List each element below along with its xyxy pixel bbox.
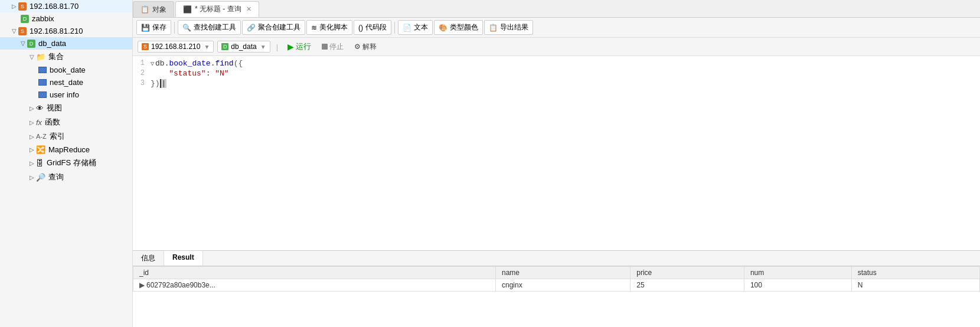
info-tab-label: 信息 [141, 254, 155, 262]
tab-query-icon: ⬛ [183, 5, 192, 14]
sidebar-item-indexes[interactable]: ▷ A-Z 索引 [0, 129, 132, 143]
sidebar-mapreduce-label: MapReduce [48, 145, 90, 154]
line-num-3: 3 [133, 79, 151, 87]
col-header-id: _id [133, 267, 496, 279]
collapse-arrow[interactable]: ▽ [151, 61, 154, 67]
stop-label: 停止 [329, 42, 344, 52]
expand-icon2: ▽ [12, 28, 17, 34]
db-select[interactable]: D db_data ▼ [217, 41, 270, 53]
result-tab-label: Result [172, 253, 194, 261]
main-content: 📋 对象 ⬛ * 无标题 - 查询 ✕ 💾 保存 🔍 查找创建工具 🔗 聚 [133, 0, 980, 327]
info-tab[interactable]: 信息 [133, 251, 164, 266]
sidebar-item-views[interactable]: ▷ 👁 视图 [0, 101, 132, 115]
sidebar-zabbix-label: zabbix [32, 14, 54, 23]
toolbar: 💾 保存 🔍 查找创建工具 🔗 聚合创建工具 ≋ 美化脚本 () 代码段 [133, 18, 980, 38]
aggregate-icon: 🔗 [247, 24, 256, 32]
code-segment-button[interactable]: () 代码段 [354, 20, 391, 35]
views-expand: ▷ [30, 105, 34, 112]
sidebar-item-queries[interactable]: ▷ 🔎 查询 [0, 170, 132, 184]
code-segment-label: 代码段 [365, 22, 387, 32]
mapreduce-expand: ▷ [30, 146, 34, 153]
tab-bar: 📋 对象 ⬛ * 无标题 - 查询 ✕ [133, 0, 980, 18]
explain-label: 解释 [362, 42, 377, 52]
aggregate-builder-button[interactable]: 🔗 聚合创建工具 [242, 20, 305, 35]
queries-icon: 🔎 [36, 173, 45, 182]
sidebar-item-server2[interactable]: ▽ S 192.168.81.210 [0, 25, 132, 37]
beautify-label: 美化脚本 [319, 22, 348, 32]
line-num-2: 2 [133, 69, 151, 77]
sidebar-item-gridfs[interactable]: ▷ 🗄 GridFS 存储桶 [0, 156, 132, 170]
code-line-3: 3 })| [133, 79, 980, 89]
tab-query-close[interactable]: ✕ [246, 5, 251, 13]
save-label: 保存 [152, 22, 166, 32]
server-select[interactable]: S 192.168.81.210 ▼ [138, 41, 214, 53]
stop-button[interactable]: 停止 [318, 41, 347, 53]
sidebar-item-db-data[interactable]: ▽ D db_data [0, 37, 132, 50]
save-button[interactable]: 💾 保存 [136, 20, 171, 35]
export-icon: 📋 [489, 24, 498, 32]
line-1-content: ▽db.book_date.find({ [151, 59, 243, 68]
find-builder-button[interactable]: 🔍 查找创建工具 [178, 20, 241, 35]
sidebar-item-mapreduce[interactable]: ▷ 🔀 MapReduce [0, 143, 132, 156]
run-button[interactable]: ▶ 运行 [284, 40, 315, 53]
server-icon: S [18, 2, 27, 11]
type-color-label: 类型颜色 [450, 22, 478, 32]
text-button[interactable]: 📄 文本 [398, 20, 433, 35]
beautify-icon: ≋ [311, 24, 317, 32]
cell-price: 25 [631, 279, 744, 292]
views-icon: 👁 [36, 104, 44, 113]
find-builder-label: 查找创建工具 [194, 22, 236, 32]
beautify-button[interactable]: ≋ 美化脚本 [306, 20, 352, 35]
server2-icon: S [18, 27, 27, 35]
book-date-icon [38, 67, 47, 73]
sidebar-item-functions[interactable]: ▷ fx 函数 [0, 115, 132, 129]
indexes-expand: ▷ [30, 133, 34, 140]
mapreduce-icon: 🔀 [36, 145, 45, 154]
results-area: 信息 Result _id name price num status [133, 250, 980, 327]
tab-query[interactable]: ⬛ * 无标题 - 查询 ✕ [175, 1, 259, 17]
result-tab[interactable]: Result [164, 251, 203, 266]
col-header-num: num [744, 267, 851, 279]
functions-icon: fx [36, 118, 42, 127]
export-button[interactable]: 📋 导出结果 [484, 20, 533, 35]
sidebar-functions-label: 函数 [45, 117, 60, 127]
expand-icon: ▷ [12, 3, 17, 9]
code-line-1: 1 ▽db.book_date.find({ [133, 58, 980, 68]
line-num-1: 1 [133, 59, 151, 67]
db-expand-icon: ▽ [21, 40, 25, 47]
toolbar-sep2 [394, 22, 395, 34]
text-label: 文本 [414, 22, 428, 32]
cell-num: 100 [744, 279, 851, 292]
results-tabs: 信息 Result [133, 251, 980, 266]
code-editor[interactable]: 1 ▽db.book_date.find({ 2 "status": "N" 3… [133, 56, 980, 250]
gridfs-expand: ▷ [30, 160, 34, 166]
sidebar-views-label: 视图 [47, 103, 62, 113]
sidebar-item-nest-date[interactable]: nest_date [0, 76, 132, 89]
results-table: _id name price num status ▶602792a80ae90… [133, 266, 980, 327]
type-color-button[interactable]: 🎨 类型颜色 [434, 20, 483, 35]
col-header-price: price [631, 267, 744, 279]
sidebar-item-zabbix[interactable]: D zabbix [0, 12, 132, 25]
explain-icon: ⚙ [354, 42, 361, 51]
aggregate-label: 聚合创建工具 [258, 22, 300, 32]
sidebar-item-collections[interactable]: ▽ 📁 集合 [0, 50, 132, 64]
nest-date-icon [38, 79, 47, 86]
explain-button[interactable]: ⚙ 解释 [351, 41, 380, 53]
stop-icon [322, 44, 328, 50]
db-select-icon: D [221, 43, 228, 50]
export-label: 导出结果 [500, 22, 528, 32]
row-expand-icon[interactable]: ▶ [139, 281, 145, 289]
sidebar-queries-label: 查询 [48, 172, 64, 182]
sidebar-item-book-date[interactable]: book_date [0, 64, 132, 76]
cell-name: cnginx [495, 279, 630, 292]
sidebar-item-user-info[interactable]: user info [0, 89, 132, 101]
server-select-label: 192.168.81.210 [151, 42, 200, 51]
sidebar-user-info-label: user info [50, 90, 79, 99]
sidebar-item-server1[interactable]: ▷ S 192.168.81.70 [0, 0, 132, 12]
tab-object-icon: 📋 [141, 5, 149, 14]
server-dropdown-arrow: ▼ [204, 44, 210, 50]
indexes-icon: A-Z [36, 133, 47, 140]
db-select-label: db_data [231, 42, 256, 51]
tab-object[interactable]: 📋 对象 [133, 1, 174, 17]
tab-query-label: * 无标题 - 查询 [195, 4, 241, 14]
